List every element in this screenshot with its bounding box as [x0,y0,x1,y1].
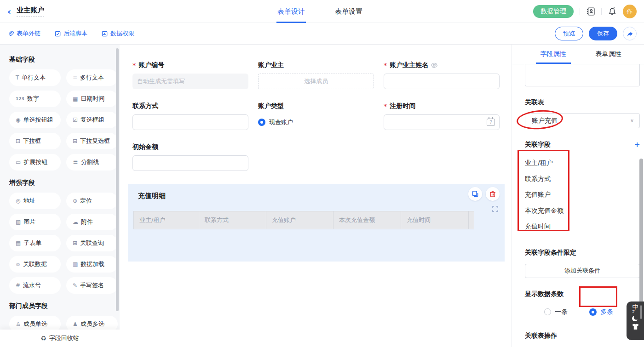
avatar[interactable]: 作 [623,5,637,18]
delete-icon[interactable] [486,187,500,201]
contact-input[interactable] [132,114,248,130]
field-item-data-load[interactable]: ▥数据加载 [66,256,118,273]
moon-icon[interactable] [631,314,639,322]
field-initial-amount[interactable]: 初始金额 [132,143,248,171]
data-permission-link[interactable]: 数据权限 [101,29,134,38]
chevron-down-icon: ∨ [630,118,634,124]
form-title[interactable]: 业主账户 [17,6,44,17]
field-item-radio-group[interactable]: ◉单选按钮组 [9,112,61,128]
field-label: 账户类型 [258,102,374,110]
field-item-related-data[interactable]: ∞关联数据 [9,256,61,273]
subform-title: 充值明细 [138,192,505,200]
register-time-input[interactable]: 7 [384,114,500,130]
add-related-field-icon[interactable]: + [634,140,640,149]
member-picker[interactable]: 选择成员 [258,74,374,89]
bar-chart-icon: ▥ [73,261,78,267]
table-ops-label: 关联表操作 [525,332,639,340]
field-item-geolocation[interactable]: ⊕定位 [66,193,118,209]
field-item-multi-dropdown[interactable]: ⊟下拉复选框 [66,133,118,149]
page-scrollbar[interactable] [639,159,643,306]
back-icon[interactable]: ‹ [7,7,11,16]
field-account-type[interactable]: 账户类型 现金账户 [258,102,374,130]
related-field-item[interactable]: 本次充值金额 [525,203,639,219]
field-owner-name[interactable]: 账户业主姓名 [384,61,500,89]
data-manage-button[interactable]: 数据管理 [533,5,574,18]
field-item-number[interactable]: 123数字 [9,91,61,107]
field-item-subform[interactable]: ▤子表单 [9,235,61,251]
people-icon: ♟ [73,321,78,327]
pen-icon: ✎ [73,282,77,289]
multi-line-text-icon: ≡ [73,74,77,81]
field-name-textarea[interactable] [525,64,640,86]
tab-field-properties[interactable]: 字段属性 [540,45,566,64]
language-icon[interactable]: 中ɔ̛ [632,304,638,313]
field-label: 联系方式 [132,102,248,110]
radio-selected-icon [589,308,597,316]
field-item-datetime[interactable]: ▦日期时间 [66,91,118,107]
copy-icon[interactable] [468,187,482,201]
field-item-dropdown[interactable]: ⊡下拉框 [9,133,61,149]
locate-icon: ⊕ [73,198,77,204]
owner-name-input[interactable] [384,74,500,89]
tab-form-design[interactable]: 表单设计 [277,0,305,23]
field-contact[interactable]: 联系方式 [132,102,248,130]
field-item-multi-line-text[interactable]: ≡多行文本 [66,69,118,86]
column-header: 业主/租户 [133,211,199,229]
dropdown-icon: ⊡ [16,138,20,144]
field-item-address[interactable]: ◎地址 [9,193,61,209]
widget-scrollbar [640,305,642,319]
backend-script-link[interactable]: 后端脚本 [54,29,87,38]
bell-icon[interactable] [608,7,617,16]
preview-button[interactable]: 预览 [555,27,583,40]
related-field-item[interactable]: 业主/租户 [525,155,639,171]
radio-one-record[interactable]: 一条 [544,308,568,316]
column-header: 联系方式 [199,211,266,229]
calendar-icon: ▦ [73,96,78,102]
subform-table-header: 业主/租户 联系方式 充值账户 本次充值金额 充值时间 [133,211,505,229]
related-field-item[interactable]: 联系方式 [525,171,639,188]
shirt-icon[interactable] [632,323,639,330]
tab-form-properties[interactable]: 表单属性 [596,45,621,64]
related-field-item[interactable]: 充值时间 [525,219,639,235]
field-item-divider[interactable]: 〓分割线 [66,154,118,171]
initial-amount-input[interactable] [132,155,248,171]
expand-icon[interactable] [492,205,499,214]
related-data-icon: ∞ [16,261,20,267]
calendar-icon: 7 [487,119,495,126]
column-header: 本次充值金额 [333,211,401,229]
floating-tools-widget[interactable]: 中ɔ̛ [627,301,644,340]
radio-selected-icon[interactable] [258,119,265,126]
field-recycle-bin[interactable]: ♻ 字段回收站 [0,330,120,347]
field-item-image[interactable]: ▧图片 [9,214,61,230]
account-number-input[interactable]: 自动生成无需填写 [132,74,248,89]
field-label: 初始金额 [132,143,248,151]
field-label: 账户业主 [258,61,374,69]
field-register-time[interactable]: 注册时间 7 [384,102,500,130]
field-item-extend-button[interactable]: ▭扩展按钮 [9,154,61,171]
field-item-signature[interactable]: ✎手写签名 [66,277,118,294]
save-button[interactable]: 保存 [589,27,617,40]
link-icon [7,30,14,37]
field-item-checkbox-group[interactable]: ☑复选框组 [66,112,118,128]
field-item-related-query[interactable]: ⊞关联查询 [66,235,118,251]
script-icon [54,30,61,37]
field-item-attachment[interactable]: ☁附件 [66,214,118,230]
field-label: 账户编号 [132,61,248,69]
field-account-number[interactable]: 账户编号 自动生成无需填写 [132,61,248,89]
form-external-link[interactable]: 表单外链 [7,29,40,38]
radio-multi-record[interactable]: 多条 [589,308,613,316]
related-table-select[interactable]: 账户充值 ∨ [525,113,640,128]
add-condition-button[interactable]: 添加关联条件 [525,264,640,278]
field-item-serial-number[interactable]: #流水号 [9,277,61,294]
sidebar-scrollbar[interactable] [116,48,119,311]
field-item-single-line-text[interactable]: T单行文本 [9,69,61,86]
form-canvas: 账户编号 自动生成无需填写 账户业主 选择成员 账户业主姓名 联系方式 [120,45,512,347]
address-book-icon[interactable] [586,7,595,16]
field-account-owner[interactable]: 账户业主 选择成员 [258,61,374,89]
column-header-spacer [468,211,474,229]
share-button[interactable] [623,27,637,40]
related-field-item[interactable]: 充值账户 [525,187,639,203]
tab-form-settings[interactable]: 表单设置 [335,0,362,23]
subform-recharge-detail[interactable]: 充值明细 [128,184,505,262]
radio-option-label[interactable]: 现金账户 [269,118,293,126]
